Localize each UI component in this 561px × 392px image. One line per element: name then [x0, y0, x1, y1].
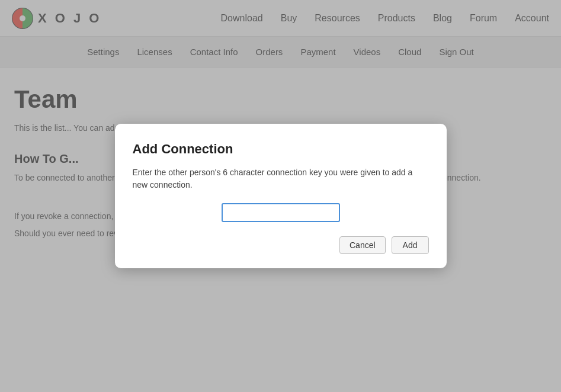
add-button[interactable]: Add [392, 236, 429, 254]
modal-title: Add Connection [133, 142, 429, 157]
connection-key-input[interactable] [222, 203, 340, 222]
modal-input-row [133, 203, 429, 222]
add-connection-modal: Add Connection Enter the other person's … [115, 124, 447, 258]
modal-overlay: Add Connection Enter the other person's … [0, 0, 561, 258]
modal-buttons: Cancel Add [133, 236, 429, 254]
cancel-button[interactable]: Cancel [339, 236, 386, 254]
modal-description: Enter the other person's 6 character con… [133, 166, 429, 191]
